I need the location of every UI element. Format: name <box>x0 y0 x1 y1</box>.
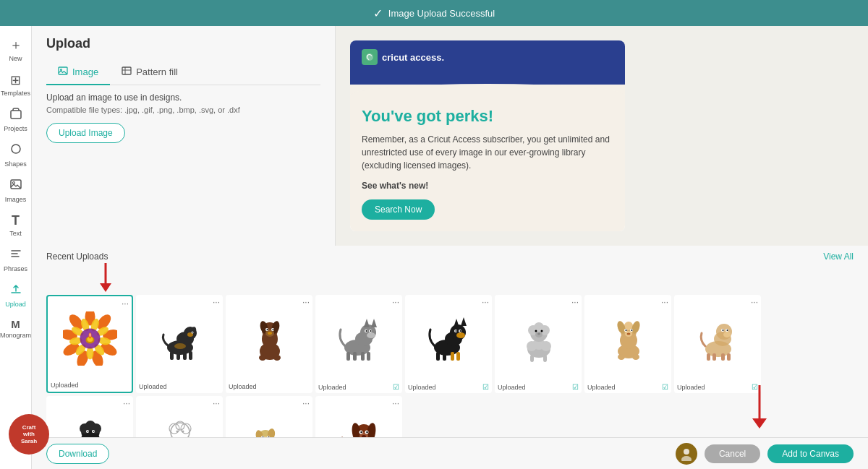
svg-point-43 <box>192 332 193 333</box>
cell-label-5: Uploaded ☑ <box>405 382 492 393</box>
user-avatar <box>676 443 697 465</box>
svg-point-113 <box>618 354 625 360</box>
svg-point-88 <box>541 341 551 351</box>
svg-rect-64 <box>361 352 365 361</box>
svg-rect-121 <box>727 353 731 361</box>
svg-point-178 <box>366 431 367 432</box>
gallery-cell-7[interactable]: ··· <box>584 295 671 393</box>
uploaded-check-8: ☑ <box>752 383 758 391</box>
svg-point-112 <box>626 332 630 335</box>
svg-rect-119 <box>712 353 716 361</box>
sidebar-item-upload[interactable]: Upload <box>1 278 30 312</box>
svg-rect-98 <box>543 355 547 362</box>
svg-rect-77 <box>443 352 446 361</box>
svg-point-53 <box>272 329 273 330</box>
svg-point-84 <box>459 330 461 332</box>
gallery-cell-5[interactable]: ··· <box>405 295 492 393</box>
svg-marker-60 <box>364 319 370 327</box>
watermark-badge: CraftwithSarah <box>9 414 49 455</box>
download-button[interactable]: Download <box>46 444 109 464</box>
more-icon[interactable]: ··· <box>571 297 579 307</box>
sidebar-item-phrases[interactable]: Phrases <box>1 243 30 277</box>
sidebar-item-label: Phrases <box>4 265 27 272</box>
svg-point-80 <box>456 332 465 338</box>
svg-point-111 <box>631 330 632 331</box>
more-icon[interactable]: ··· <box>123 398 130 408</box>
images-icon <box>9 178 22 194</box>
svg-rect-39 <box>189 351 192 360</box>
view-all-link[interactable]: View All <box>823 251 854 262</box>
upload-description: Upload an image to use in designs. <box>46 92 320 103</box>
pattern-tab-icon <box>122 66 132 78</box>
svg-point-5 <box>61 69 62 71</box>
phrases-icon <box>9 247 22 264</box>
gallery-cell-2[interactable]: ··· <box>136 295 223 393</box>
cricut-access-logo: cricut access. <box>362 49 444 65</box>
content-area: Upload Image Pattern fill <box>32 26 868 469</box>
gallery-cell-4[interactable]: ··· <box>315 295 402 393</box>
upload-image-button[interactable]: Upload Image <box>46 123 125 143</box>
cancel-button[interactable]: Cancel <box>705 444 760 463</box>
svg-marker-74 <box>454 319 459 327</box>
gallery-cell-3[interactable]: ··· <box>226 295 312 393</box>
red-arrow-down <box>97 263 114 292</box>
tab-image-label: Image <box>72 66 98 77</box>
uploaded-check-6: ☑ <box>572 383 579 391</box>
recent-uploads-label: Recent Uploads <box>46 251 108 262</box>
more-icon[interactable]: ··· <box>392 398 399 408</box>
monogram-icon: M <box>11 318 20 330</box>
cell-label-7: Uploaded ☑ <box>584 382 671 393</box>
more-icon[interactable]: ··· <box>213 297 220 307</box>
search-now-button[interactable]: Search Now <box>362 199 435 220</box>
svg-rect-63 <box>353 352 357 361</box>
gallery-cell-b2[interactable]: ··· <box>136 396 223 437</box>
compat-text: Compatible file types: .jpg, .gif, .png,… <box>46 106 320 114</box>
svg-rect-79 <box>456 352 460 361</box>
svg-rect-65 <box>367 352 370 361</box>
upload-icon <box>9 283 22 299</box>
sidebar-item-new[interactable]: ＋ New <box>1 32 30 66</box>
cell-label-6: Uploaded ☑ <box>495 382 582 393</box>
svg-point-125 <box>722 330 723 331</box>
more-icon[interactable]: ··· <box>302 297 310 307</box>
promo-text: Remember, as a Cricut Access subscriber,… <box>362 133 613 172</box>
more-icon[interactable]: ··· <box>751 297 758 307</box>
svg-point-54 <box>268 332 272 335</box>
cell-image-4 <box>315 295 402 382</box>
sidebar-item-label: Templates <box>1 90 30 97</box>
sidebar-item-monogram[interactable]: M Monogram <box>1 314 30 343</box>
tab-image[interactable]: Image <box>46 60 110 85</box>
add-to-canvas-button[interactable]: Add to Canvas <box>767 444 854 463</box>
more-icon[interactable]: ··· <box>392 297 399 307</box>
more-icon[interactable]: ··· <box>302 398 310 408</box>
cell-label-1: Uploaded <box>48 380 132 391</box>
gallery-cell-b1[interactable]: ··· <box>46 396 133 437</box>
bottom-bar: Download Cancel Add to Canvas <box>32 437 868 469</box>
shapes-icon <box>9 142 22 159</box>
svg-point-83 <box>455 330 456 332</box>
gallery-cell-b3[interactable]: ··· <box>226 396 312 437</box>
more-icon[interactable]: ··· <box>482 297 489 307</box>
more-icon[interactable]: ··· <box>122 298 129 309</box>
svg-point-126 <box>726 330 728 331</box>
uploaded-check-4: ☑ <box>393 383 399 391</box>
more-icon[interactable]: ··· <box>213 398 220 408</box>
cell-image-b2 <box>136 396 223 437</box>
sidebar-item-images[interactable]: Images <box>1 173 30 207</box>
more-icon[interactable]: ··· <box>661 297 668 307</box>
sidebar-item-shapes[interactable]: Shapes <box>1 138 30 172</box>
sidebar-item-projects[interactable]: Projects <box>1 103 30 137</box>
gallery-cell-1[interactable]: ··· <box>46 295 133 393</box>
gallery-cell-b4[interactable]: ··· <box>315 396 402 437</box>
gallery-cell-6[interactable]: ··· <box>495 295 582 393</box>
sidebar-item-label: Projects <box>4 125 27 132</box>
svg-marker-61 <box>371 319 377 327</box>
svg-point-66 <box>367 332 375 338</box>
svg-point-149 <box>182 430 184 432</box>
tab-pattern[interactable]: Pattern fill <box>110 60 190 85</box>
svg-point-69 <box>365 330 367 332</box>
sidebar-item-templates[interactable]: ⊞ Templates <box>1 68 30 101</box>
sidebar-item-label: Shapes <box>4 160 27 168</box>
gallery-cell-8[interactable]: ··· <box>674 295 761 393</box>
sidebar-item-text[interactable]: T Text <box>1 209 30 241</box>
